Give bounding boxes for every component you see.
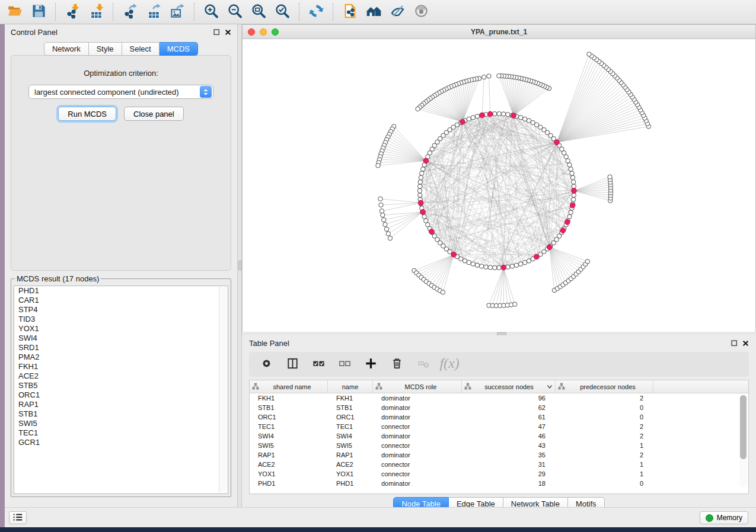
- memory-button[interactable]: Memory: [700, 511, 748, 524]
- mcds-result-item[interactable]: FKH1: [14, 362, 228, 371]
- home-button[interactable]: [362, 2, 385, 22]
- mcds-result-item[interactable]: PMA2: [14, 352, 228, 362]
- mcds-result-item[interactable]: YOX1: [14, 324, 228, 334]
- mcds-result-item[interactable]: GCR1: [14, 438, 228, 447]
- tab-style[interactable]: Style: [89, 42, 122, 56]
- zoom-in-button[interactable]: [199, 2, 223, 22]
- table-scrollbar-thumb[interactable]: [740, 395, 747, 459]
- mcds-result-item[interactable]: STB5: [14, 381, 228, 390]
- close-panel-button[interactable]: Close panel: [124, 107, 184, 121]
- table-row[interactable]: TEC1TEC1connector472: [250, 422, 748, 431]
- delete-table-button: [413, 354, 433, 374]
- split-columns-icon: [286, 357, 299, 372]
- zoom-fit-button[interactable]: [247, 2, 270, 22]
- cell-shared-name: ORC1: [250, 414, 328, 421]
- mcds-result-item[interactable]: SWI5: [14, 419, 228, 428]
- zoom-out-button[interactable]: [223, 2, 247, 22]
- import-network-button[interactable]: [60, 2, 84, 22]
- mcds-result-item[interactable]: CAR1: [14, 296, 228, 305]
- run-mcds-button[interactable]: Run MCDS: [58, 107, 116, 121]
- tab-network[interactable]: Network: [44, 42, 89, 56]
- toolbar-separator: [113, 3, 113, 21]
- cell-shared-name: FKH1: [250, 395, 328, 402]
- table-row[interactable]: SWI4SWI4dominator462: [250, 431, 748, 441]
- column-header-name[interactable]: name: [328, 380, 373, 393]
- cell-MCDS-role: connector: [373, 423, 462, 430]
- gear-button[interactable]: [256, 354, 276, 374]
- import-table-button[interactable]: [84, 2, 108, 22]
- table-row[interactable]: ORC1ORC1dominator610: [250, 412, 748, 422]
- table-toolbar: f(x): [249, 352, 749, 377]
- select-all-button[interactable]: [308, 354, 328, 374]
- table-row[interactable]: STB1STB1dominator620: [250, 403, 748, 412]
- table-row[interactable]: ACE2ACE2connector311: [250, 460, 748, 469]
- node-table: shared namename MCDS role successor node…: [249, 380, 749, 494]
- toggle-details-button[interactable]: [385, 2, 409, 22]
- add-column-icon: [364, 357, 378, 372]
- table-row[interactable]: RAP1RAP1dominator352: [250, 450, 748, 460]
- float-panel-icon[interactable]: [731, 340, 738, 347]
- close-panel-icon[interactable]: [742, 340, 749, 347]
- mcds-result-item[interactable]: STB1: [14, 409, 228, 419]
- mcds-list-scrollbar[interactable]: [219, 287, 227, 493]
- tab-mcds[interactable]: MCDS: [160, 42, 198, 56]
- table-header-row: shared namename MCDS role successor node…: [250, 380, 748, 393]
- column-header-successor-nodes[interactable]: successor nodes: [462, 380, 556, 393]
- mcds-result-list[interactable]: PHD1CAR1STP4TID3YOX1SWI4SRD1PMA2FKH1ACE2…: [14, 286, 228, 494]
- delete-column-button[interactable]: [387, 354, 407, 374]
- save-session-button[interactable]: [27, 2, 50, 22]
- mcds-result-item[interactable]: TID3: [14, 315, 228, 324]
- export-network-button[interactable]: [118, 2, 142, 22]
- desktop-wallpaper-left: [0, 24, 5, 527]
- panel-menu-button[interactable]: [9, 511, 27, 524]
- optimization-selected-value: largest connected component (undirected): [29, 88, 200, 97]
- table-row[interactable]: PHD1PHD1dominator180: [250, 479, 748, 488]
- column-header-predecessor-nodes[interactable]: predecessor nodes: [556, 380, 653, 393]
- column-header-MCDS-role[interactable]: MCDS role: [373, 380, 462, 393]
- add-column-button[interactable]: [361, 354, 381, 374]
- network-window-titlebar[interactable]: YPA_prune.txt_1: [243, 25, 755, 39]
- mcds-result-item[interactable]: SRD1: [14, 343, 228, 352]
- cell-successor-nodes: 62: [462, 404, 556, 411]
- cell-name: ORC1: [328, 414, 373, 421]
- cell-predecessor-nodes: 1: [556, 442, 653, 449]
- zoom-selected-button[interactable]: [270, 2, 294, 22]
- export-image-button[interactable]: [165, 2, 189, 22]
- control-panel: Control Panel NetworkStyleSelectMCDS Opt…: [5, 24, 237, 507]
- mcds-result-item[interactable]: SWI4: [14, 334, 228, 343]
- memory-status-icon: [706, 514, 713, 522]
- split-columns-button[interactable]: [282, 354, 302, 374]
- vertical-splitter[interactable]: [237, 24, 242, 507]
- mcds-result-title: MCDS result (17 nodes): [15, 274, 101, 283]
- network-canvas[interactable]: [243, 39, 755, 332]
- close-panel-icon[interactable]: [225, 29, 231, 36]
- column-label: shared name: [259, 383, 325, 390]
- mcds-result-item[interactable]: ORC1: [14, 390, 228, 400]
- mcds-result-item[interactable]: RAP1: [14, 400, 228, 409]
- table-scrollbar[interactable]: [739, 394, 747, 488]
- mcds-result-item[interactable]: ACE2: [14, 371, 228, 381]
- tab-select[interactable]: Select: [122, 42, 160, 56]
- table-row[interactable]: SWI5SWI5connector431: [250, 441, 748, 450]
- birdseye-button[interactable]: [409, 2, 433, 22]
- column-header-shared-name[interactable]: shared name: [250, 380, 328, 393]
- status-bar: Memory: [5, 507, 756, 527]
- column-type-icon: [558, 383, 565, 391]
- mcds-result-item[interactable]: TEC1: [14, 428, 228, 438]
- delete-column-icon: [390, 357, 404, 372]
- float-panel-icon[interactable]: [213, 29, 220, 36]
- function-icon: f(x): [439, 354, 459, 376]
- mcds-result-item[interactable]: STP4: [14, 305, 228, 315]
- cell-MCDS-role: dominator: [373, 395, 462, 402]
- network-from-file-button[interactable]: [338, 2, 362, 22]
- control-panel-tabs: NetworkStyleSelectMCDS: [5, 42, 237, 56]
- mcds-result-item[interactable]: PHD1: [14, 286, 228, 296]
- export-table-button[interactable]: [142, 2, 165, 22]
- cell-name: PHD1: [328, 480, 373, 487]
- optimization-select[interactable]: largest connected component (undirected): [28, 85, 213, 99]
- deselect-all-button[interactable]: [334, 354, 355, 374]
- table-row[interactable]: FKH1FKH1dominator962: [250, 393, 748, 403]
- table-row[interactable]: YOX1YOX1connector291: [250, 469, 748, 479]
- open-file-button[interactable]: [3, 2, 27, 22]
- refresh-button[interactable]: [304, 2, 328, 22]
